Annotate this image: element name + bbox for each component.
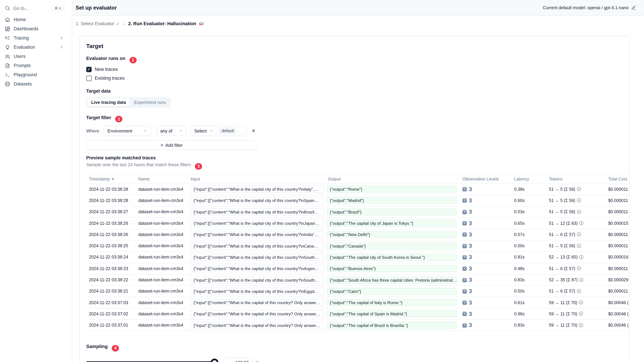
cell-output: {"output":"The capital of Brazil is Bras… [327,322,457,329]
cell-timestamp: 2024-11-22 03:38:22 [86,278,136,282]
breadcrumb-step-2: 2. Run Evaluator: Hallucination [128,21,204,26]
playground-icon [5,72,10,77]
token-info-icon: ⓘ [577,186,581,192]
col-header-timestamp[interactable]: Timestamp▼ [86,177,136,181]
cell-name: dataset-run-item-cm3s4 [136,209,190,214]
slider-handle[interactable] [210,359,218,362]
cell-latency: 0.83s [512,278,546,282]
cell-latency: 0.83s [512,323,546,328]
cell-observation-levels: i3 [460,186,512,192]
cell-observation-levels: i3 [460,209,512,215]
cell-latency: 0.53s [512,209,546,214]
cell-input: {"input":[{"content":"What is the capita… [190,322,324,329]
cell-output: {"output":"The capital of Spain is Madri… [327,310,457,318]
chevron-right-icon [59,45,64,49]
sidebar-items: HomeDashboardsTracingEvaluationUsersProm… [0,15,72,88]
remove-filter-button[interactable]: ✕ [252,128,256,133]
runs-on-checkboxes: ✓New tracesExisting traces [86,66,629,81]
table-row[interactable]: 2024-11-22 03:38:23dataset-run-item-cm3s… [86,263,630,275]
info-level-icon: i [462,198,467,203]
tab-live-tracing-data[interactable]: Live tracing data [87,98,130,106]
cell-timestamp: 2024-11-22 03:38:28 [86,198,136,203]
cell-latency: 0.50s [512,244,546,248]
goto-label: Go to... [13,5,52,11]
home-icon [5,17,10,22]
cell-observation-levels: i3 [460,266,512,272]
cell-latency: 0.50s [512,289,546,294]
cell-latency: 0.81s [512,255,546,260]
breadcrumb-step-1[interactable]: 1. Select Evaluator ✓ [76,21,120,26]
sampling-input[interactable] [225,358,252,362]
step-badge-1: 1 [130,57,137,63]
cell-observation-levels: i3 [460,243,512,249]
sidebar: Go to... ⌘ K HomeDashboardsTracingEvalua… [0,0,72,362]
target-filter-label: Target filter [86,115,111,120]
info-level-icon: i [462,210,467,214]
table-row[interactable]: 2024-11-22 03:38:24dataset-run-item-cm3s… [86,252,630,263]
tab-experiment-runs[interactable]: Experiment runs [130,98,170,106]
table-row[interactable]: 2024-11-22 03:38:21dataset-run-item-cm3s… [86,286,630,297]
checkbox-existing-traces[interactable]: Existing traces [86,75,629,81]
filter-value-select[interactable]: Select default [191,126,246,136]
col-header-name: Name [136,177,190,181]
sidebar-item-prompts[interactable]: Prompts [0,61,72,70]
cell-observation-levels: i3 [460,254,512,260]
table-row[interactable]: 2024-11-22 03:38:26dataset-run-item-cm3s… [86,229,630,240]
filter-column-select[interactable]: Environment [104,126,151,136]
sidebar-item-users[interactable]: Users [0,52,72,61]
sidebar-item-datasets[interactable]: Datasets [0,79,72,88]
table-row[interactable]: 2024-11-22 03:38:28dataset-run-item-cm3s… [86,184,630,195]
table-row[interactable]: 2024-11-22 03:38:27dataset-run-item-cm3s… [86,206,630,218]
dashboards-icon [5,26,10,31]
breadcrumb-separator-icon: › [123,21,125,26]
table-row[interactable]: 2024-11-22 03:37:03dataset-run-item-cm3s… [86,297,630,309]
cell-total-cost: $0.000011 ( [606,187,630,192]
prompts-icon [5,63,10,68]
sidebar-item-dashboards[interactable]: Dashboards [0,24,72,33]
sidebar-item-playground[interactable]: Playground [0,70,72,79]
cell-output: {"output":"Madrid"} [327,197,457,204]
cell-latency: 0.38s [512,187,546,192]
token-info-icon: ⓘ [577,232,581,238]
col-header-output: Output [327,177,460,181]
cell-timestamp: 2024-11-22 03:38:27 [86,209,136,214]
table-row[interactable]: 2024-11-22 03:38:28dataset-run-item-cm3s… [86,195,630,207]
checkbox-new-traces[interactable]: ✓New traces [86,66,629,72]
percent-label: % [256,360,260,362]
cell-input: {"input":[{"content":"What is the capita… [190,276,324,284]
table-row[interactable]: 2024-11-22 03:38:26dataset-run-item-cm3s… [86,218,630,229]
filter-operator-select[interactable]: any of [156,126,187,136]
check-icon: ✓ [116,21,120,26]
step-badge-4: 4 [112,345,119,352]
cell-output: {"output":"The capital city of South Kor… [327,254,457,261]
sidebar-item-evaluation[interactable]: Evaluation [0,42,72,52]
cell-name: dataset-run-item-cm3s4 [136,187,190,192]
plus-icon: + [160,143,164,148]
traces-table: Timestamp▼ Name Input Output Observation… [86,174,630,331]
cell-observation-levels: i3 [460,220,512,226]
sampling-slider[interactable] [86,359,218,362]
cell-input: {"input":[{"content":"What is the capita… [190,208,324,215]
table-row[interactable]: 2024-11-22 03:37:02dataset-run-item-cm3s… [86,309,630,320]
edit-model-icon[interactable] [631,5,636,10]
sidebar-item-tracing[interactable]: Tracing [0,33,72,42]
add-filter-button[interactable]: + Add filter [86,140,257,150]
cell-name: dataset-run-item-cm3s4 [136,266,190,271]
cell-name: dataset-run-item-cm3s4 [136,289,190,294]
token-info-icon: ⓘ [577,209,581,215]
table-row[interactable]: 2024-11-22 03:38:25dataset-run-item-cm3s… [86,240,630,252]
cell-tokens: 51 → 12 (Σ 63)ⓘ [546,220,606,226]
target-card: Target Evaluator runs on1 ✓New tracesExi… [79,36,630,362]
cell-tokens: 59 → 11 (Σ 70)ⓘ [546,300,606,306]
cell-input: {"input":[{"content":"What is the capita… [190,242,324,249]
table-row[interactable]: 2024-11-22 03:38:22dataset-run-item-cm3s… [86,275,630,286]
sampling-row: % [86,358,629,362]
cell-latency: 0.61s [512,300,546,305]
goto-search[interactable]: Go to... ⌘ K [4,3,68,14]
cell-tokens: 51 → 5 (Σ 56)ⓘ [546,198,606,203]
sidebar-item-home[interactable]: Home [0,15,72,24]
chevron-down-icon [179,129,183,133]
cell-tokens: 51 → 5 (Σ 56)ⓘ [546,243,606,249]
main-area: Set up evaluator Current default model: … [72,0,644,362]
table-row[interactable]: 2024-11-22 03:37:01dataset-run-item-cm3s… [86,320,630,331]
